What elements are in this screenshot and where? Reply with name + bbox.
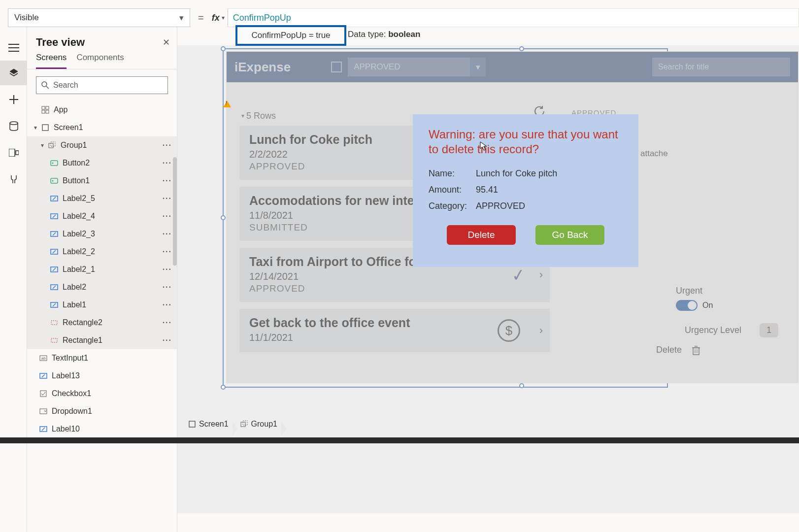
search-icon xyxy=(41,81,49,89)
status-bar xyxy=(0,437,799,443)
more-icon[interactable]: ··· xyxy=(163,247,172,256)
database-icon[interactable] xyxy=(0,114,27,138)
control-icon xyxy=(38,372,49,379)
tab-screens[interactable]: Screens xyxy=(36,53,67,69)
chevron-right-icon[interactable] xyxy=(539,324,543,337)
fx-label[interactable]: fx xyxy=(212,13,225,23)
control-icon xyxy=(38,408,49,414)
trash-icon xyxy=(692,345,700,355)
tree-title: Tree view xyxy=(36,36,177,49)
tree-node-group[interactable]: Group1 ··· xyxy=(27,136,177,154)
svg-rect-12 xyxy=(46,106,49,109)
urgency-value[interactable]: 1 xyxy=(760,323,778,337)
tree-node[interactable]: Label2_1··· xyxy=(27,261,177,278)
card-status: APPROVED xyxy=(249,283,540,294)
tab-components[interactable]: Components xyxy=(76,53,124,69)
svg-line-31 xyxy=(53,268,56,271)
control-icon xyxy=(38,426,49,432)
breadcrumb-group[interactable]: Group1 xyxy=(236,420,283,429)
canvas-breadcrumb: Screen1 Group1 xyxy=(184,415,283,433)
resize-handle[interactable] xyxy=(221,46,226,51)
svg-rect-51 xyxy=(189,421,195,427)
tree-node-screen[interactable]: Screen1 xyxy=(27,119,177,136)
tree-node[interactable]: Label2··· xyxy=(27,278,177,296)
row-count: 5 Rows xyxy=(241,111,276,121)
side-delete-row[interactable]: Delete xyxy=(656,345,750,355)
control-icon: ab xyxy=(38,355,49,361)
more-icon[interactable]: ··· xyxy=(163,300,172,309)
mouse-cursor xyxy=(480,141,488,153)
delete-button[interactable]: Delete xyxy=(447,225,516,245)
svg-rect-15 xyxy=(42,125,48,131)
close-icon[interactable]: ✕ xyxy=(163,37,170,48)
status-dropdown[interactable]: APPROVED xyxy=(348,58,486,76)
resize-handle[interactable] xyxy=(519,383,524,388)
resize-handle[interactable] xyxy=(221,385,226,390)
confirm-popup: Warning: are you sure that you want to d… xyxy=(413,114,638,267)
svg-rect-8 xyxy=(16,151,19,155)
more-icon[interactable]: ··· xyxy=(163,159,172,167)
svg-rect-14 xyxy=(46,110,49,113)
layers-icon[interactable] xyxy=(0,61,27,85)
more-icon[interactable]: ··· xyxy=(163,336,172,345)
tree-node[interactable]: Label2_4··· xyxy=(27,207,177,225)
chevron-right-icon[interactable] xyxy=(539,268,543,281)
scrollbar[interactable] xyxy=(173,157,177,266)
resize-handle[interactable] xyxy=(519,46,524,51)
svg-marker-3 xyxy=(10,69,18,74)
tree-node[interactable]: Label13 xyxy=(27,367,177,385)
media-icon[interactable] xyxy=(0,140,27,165)
tree-node[interactable]: ab TextInput1 xyxy=(27,349,177,367)
control-icon xyxy=(49,177,60,184)
hamburger-icon[interactable] xyxy=(0,37,27,59)
control-icon xyxy=(49,301,60,308)
tree-node[interactable]: Button1··· xyxy=(27,172,177,190)
go-back-button[interactable]: Go Back xyxy=(535,225,604,245)
more-icon[interactable]: ··· xyxy=(163,141,172,150)
svg-text:ab: ab xyxy=(41,356,46,361)
chevron-down-icon xyxy=(179,13,184,23)
control-icon xyxy=(49,231,60,237)
header-checkbox[interactable] xyxy=(331,62,342,72)
tree-node[interactable]: Label2_2··· xyxy=(27,243,177,261)
tree-node-app[interactable]: App xyxy=(27,101,177,119)
card-title: Get back to the office event xyxy=(249,316,540,330)
popup-details: Name:Lunch for Coke pitch Amount:95.41 C… xyxy=(429,166,566,214)
breadcrumb-screen[interactable]: Screen1 xyxy=(184,420,234,429)
more-icon[interactable]: ··· xyxy=(163,212,172,221)
formula-bar[interactable]: ConfirmPopUp xyxy=(228,8,799,27)
control-icon xyxy=(49,195,60,202)
property-select[interactable]: Visible xyxy=(8,8,190,27)
more-icon[interactable]: ··· xyxy=(163,318,172,327)
more-icon[interactable]: ··· xyxy=(163,265,172,274)
tree-node[interactable]: Label1··· xyxy=(27,296,177,314)
svg-point-9 xyxy=(42,82,47,87)
tree-node[interactable]: Rectangle2··· xyxy=(27,314,177,332)
tree-node[interactable]: Rectangle1··· xyxy=(27,332,177,349)
tree-search-input[interactable]: Search xyxy=(36,76,168,94)
formula-eval-tooltip: ConfirmPopUp = true xyxy=(235,25,346,46)
tree-node[interactable]: Button2··· xyxy=(27,154,177,172)
card-date: 11/1/2021 xyxy=(249,332,540,343)
more-icon[interactable]: ··· xyxy=(163,283,172,292)
search-input[interactable]: Search for title xyxy=(652,58,790,76)
tree-node[interactable]: Label2_5··· xyxy=(27,190,177,207)
control-icon xyxy=(49,284,60,291)
equals-sign: = xyxy=(198,12,204,24)
more-icon[interactable]: ··· xyxy=(163,176,172,185)
resize-handle[interactable] xyxy=(221,215,226,220)
more-icon[interactable]: ··· xyxy=(163,194,172,203)
more-icon[interactable]: ··· xyxy=(163,230,172,238)
add-icon[interactable] xyxy=(0,87,27,112)
app-icon xyxy=(40,106,51,114)
svg-rect-11 xyxy=(42,106,45,109)
tools-icon[interactable] xyxy=(0,167,27,192)
tree-node[interactable]: Label2_3··· xyxy=(27,225,177,243)
tree-node[interactable]: Checkbox1 xyxy=(27,385,177,402)
expense-card[interactable]: Get back to the office event 11/1/2021 $ xyxy=(239,309,550,352)
urgency-level-row: Urgency Level 1 xyxy=(685,323,778,337)
svg-line-10 xyxy=(46,86,49,89)
tree-node[interactable]: Label10 xyxy=(27,420,177,436)
urgent-toggle[interactable]: On xyxy=(676,300,769,311)
tree-node[interactable]: Dropdown1 xyxy=(27,402,177,420)
